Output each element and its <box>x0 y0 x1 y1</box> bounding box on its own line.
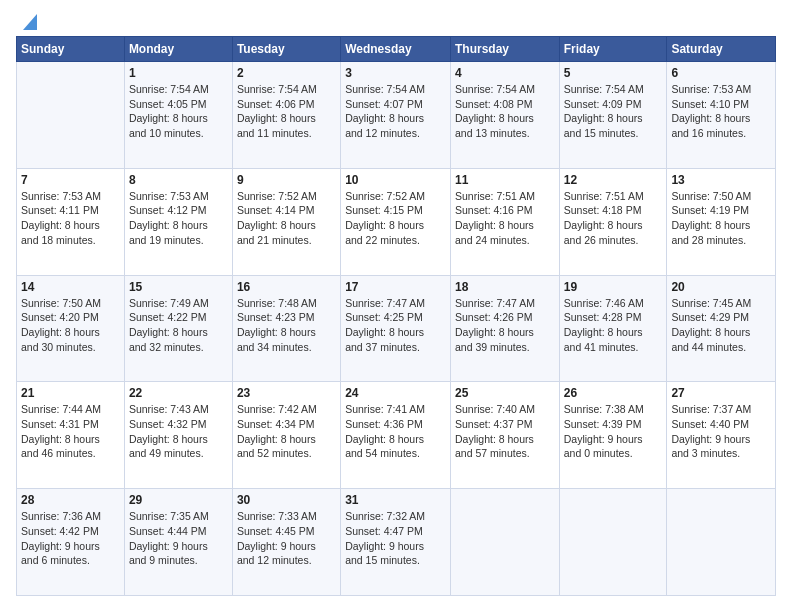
calendar-cell: 11Sunrise: 7:51 AM Sunset: 4:16 PM Dayli… <box>450 168 559 275</box>
calendar-cell: 14Sunrise: 7:50 AM Sunset: 4:20 PM Dayli… <box>17 275 125 382</box>
day-info: Sunrise: 7:35 AM Sunset: 4:44 PM Dayligh… <box>129 509 228 568</box>
day-number: 9 <box>237 173 336 187</box>
calendar-cell: 5Sunrise: 7:54 AM Sunset: 4:09 PM Daylig… <box>559 62 667 169</box>
day-info: Sunrise: 7:46 AM Sunset: 4:28 PM Dayligh… <box>564 296 663 355</box>
weekday-header-wednesday: Wednesday <box>341 37 451 62</box>
day-number: 18 <box>455 280 555 294</box>
day-number: 27 <box>671 386 771 400</box>
day-number: 4 <box>455 66 555 80</box>
calendar-cell: 13Sunrise: 7:50 AM Sunset: 4:19 PM Dayli… <box>667 168 776 275</box>
day-info: Sunrise: 7:40 AM Sunset: 4:37 PM Dayligh… <box>455 402 555 461</box>
weekday-header-sunday: Sunday <box>17 37 125 62</box>
calendar-week-row: 7Sunrise: 7:53 AM Sunset: 4:11 PM Daylig… <box>17 168 776 275</box>
calendar-cell: 4Sunrise: 7:54 AM Sunset: 4:08 PM Daylig… <box>450 62 559 169</box>
day-number: 12 <box>564 173 663 187</box>
calendar-cell: 12Sunrise: 7:51 AM Sunset: 4:18 PM Dayli… <box>559 168 667 275</box>
calendar-cell: 25Sunrise: 7:40 AM Sunset: 4:37 PM Dayli… <box>450 382 559 489</box>
calendar-week-row: 21Sunrise: 7:44 AM Sunset: 4:31 PM Dayli… <box>17 382 776 489</box>
calendar-cell <box>559 489 667 596</box>
calendar-cell: 22Sunrise: 7:43 AM Sunset: 4:32 PM Dayli… <box>124 382 232 489</box>
day-info: Sunrise: 7:47 AM Sunset: 4:26 PM Dayligh… <box>455 296 555 355</box>
day-number: 7 <box>21 173 120 187</box>
day-info: Sunrise: 7:50 AM Sunset: 4:20 PM Dayligh… <box>21 296 120 355</box>
day-number: 21 <box>21 386 120 400</box>
day-info: Sunrise: 7:50 AM Sunset: 4:19 PM Dayligh… <box>671 189 771 248</box>
day-info: Sunrise: 7:54 AM Sunset: 4:08 PM Dayligh… <box>455 82 555 141</box>
calendar-cell: 18Sunrise: 7:47 AM Sunset: 4:26 PM Dayli… <box>450 275 559 382</box>
day-info: Sunrise: 7:52 AM Sunset: 4:15 PM Dayligh… <box>345 189 446 248</box>
day-number: 2 <box>237 66 336 80</box>
day-number: 23 <box>237 386 336 400</box>
calendar-cell: 9Sunrise: 7:52 AM Sunset: 4:14 PM Daylig… <box>232 168 340 275</box>
calendar-cell: 7Sunrise: 7:53 AM Sunset: 4:11 PM Daylig… <box>17 168 125 275</box>
day-info: Sunrise: 7:42 AM Sunset: 4:34 PM Dayligh… <box>237 402 336 461</box>
day-number: 31 <box>345 493 446 507</box>
calendar-cell: 1Sunrise: 7:54 AM Sunset: 4:05 PM Daylig… <box>124 62 232 169</box>
day-number: 28 <box>21 493 120 507</box>
day-info: Sunrise: 7:51 AM Sunset: 4:18 PM Dayligh… <box>564 189 663 248</box>
weekday-header-friday: Friday <box>559 37 667 62</box>
calendar-cell: 17Sunrise: 7:47 AM Sunset: 4:25 PM Dayli… <box>341 275 451 382</box>
weekday-header-thursday: Thursday <box>450 37 559 62</box>
calendar-cell: 26Sunrise: 7:38 AM Sunset: 4:39 PM Dayli… <box>559 382 667 489</box>
calendar-cell: 27Sunrise: 7:37 AM Sunset: 4:40 PM Dayli… <box>667 382 776 489</box>
weekday-header-saturday: Saturday <box>667 37 776 62</box>
calendar-week-row: 14Sunrise: 7:50 AM Sunset: 4:20 PM Dayli… <box>17 275 776 382</box>
calendar-week-row: 1Sunrise: 7:54 AM Sunset: 4:05 PM Daylig… <box>17 62 776 169</box>
day-number: 13 <box>671 173 771 187</box>
calendar-cell: 21Sunrise: 7:44 AM Sunset: 4:31 PM Dayli… <box>17 382 125 489</box>
calendar-cell: 2Sunrise: 7:54 AM Sunset: 4:06 PM Daylig… <box>232 62 340 169</box>
weekday-row: SundayMondayTuesdayWednesdayThursdayFrid… <box>17 37 776 62</box>
day-number: 11 <box>455 173 555 187</box>
day-number: 19 <box>564 280 663 294</box>
day-info: Sunrise: 7:54 AM Sunset: 4:07 PM Dayligh… <box>345 82 446 141</box>
day-number: 5 <box>564 66 663 80</box>
day-info: Sunrise: 7:45 AM Sunset: 4:29 PM Dayligh… <box>671 296 771 355</box>
calendar-cell: 15Sunrise: 7:49 AM Sunset: 4:22 PM Dayli… <box>124 275 232 382</box>
calendar-cell: 23Sunrise: 7:42 AM Sunset: 4:34 PM Dayli… <box>232 382 340 489</box>
day-number: 16 <box>237 280 336 294</box>
calendar-cell: 30Sunrise: 7:33 AM Sunset: 4:45 PM Dayli… <box>232 489 340 596</box>
day-number: 17 <box>345 280 446 294</box>
calendar-body: 1Sunrise: 7:54 AM Sunset: 4:05 PM Daylig… <box>17 62 776 596</box>
calendar-cell: 31Sunrise: 7:32 AM Sunset: 4:47 PM Dayli… <box>341 489 451 596</box>
day-info: Sunrise: 7:54 AM Sunset: 4:09 PM Dayligh… <box>564 82 663 141</box>
calendar-cell: 16Sunrise: 7:48 AM Sunset: 4:23 PM Dayli… <box>232 275 340 382</box>
calendar-cell: 28Sunrise: 7:36 AM Sunset: 4:42 PM Dayli… <box>17 489 125 596</box>
calendar-cell: 6Sunrise: 7:53 AM Sunset: 4:10 PM Daylig… <box>667 62 776 169</box>
day-number: 29 <box>129 493 228 507</box>
day-info: Sunrise: 7:44 AM Sunset: 4:31 PM Dayligh… <box>21 402 120 461</box>
day-info: Sunrise: 7:49 AM Sunset: 4:22 PM Dayligh… <box>129 296 228 355</box>
weekday-header-tuesday: Tuesday <box>232 37 340 62</box>
calendar-cell <box>450 489 559 596</box>
day-info: Sunrise: 7:33 AM Sunset: 4:45 PM Dayligh… <box>237 509 336 568</box>
calendar-cell <box>17 62 125 169</box>
day-number: 30 <box>237 493 336 507</box>
day-info: Sunrise: 7:53 AM Sunset: 4:11 PM Dayligh… <box>21 189 120 248</box>
day-number: 15 <box>129 280 228 294</box>
day-info: Sunrise: 7:32 AM Sunset: 4:47 PM Dayligh… <box>345 509 446 568</box>
calendar-cell: 19Sunrise: 7:46 AM Sunset: 4:28 PM Dayli… <box>559 275 667 382</box>
logo-triangle-icon <box>17 12 37 32</box>
day-number: 22 <box>129 386 228 400</box>
weekday-header-monday: Monday <box>124 37 232 62</box>
day-number: 20 <box>671 280 771 294</box>
day-number: 14 <box>21 280 120 294</box>
day-info: Sunrise: 7:43 AM Sunset: 4:32 PM Dayligh… <box>129 402 228 461</box>
day-number: 24 <box>345 386 446 400</box>
day-info: Sunrise: 7:53 AM Sunset: 4:10 PM Dayligh… <box>671 82 771 141</box>
calendar-cell: 24Sunrise: 7:41 AM Sunset: 4:36 PM Dayli… <box>341 382 451 489</box>
day-info: Sunrise: 7:52 AM Sunset: 4:14 PM Dayligh… <box>237 189 336 248</box>
day-number: 26 <box>564 386 663 400</box>
day-info: Sunrise: 7:37 AM Sunset: 4:40 PM Dayligh… <box>671 402 771 461</box>
svg-marker-0 <box>23 14 37 30</box>
day-number: 10 <box>345 173 446 187</box>
calendar-cell: 3Sunrise: 7:54 AM Sunset: 4:07 PM Daylig… <box>341 62 451 169</box>
calendar-table: SundayMondayTuesdayWednesdayThursdayFrid… <box>16 36 776 596</box>
logo <box>16 16 37 26</box>
calendar-cell: 20Sunrise: 7:45 AM Sunset: 4:29 PM Dayli… <box>667 275 776 382</box>
calendar-cell: 10Sunrise: 7:52 AM Sunset: 4:15 PM Dayli… <box>341 168 451 275</box>
calendar-cell: 8Sunrise: 7:53 AM Sunset: 4:12 PM Daylig… <box>124 168 232 275</box>
day-number: 6 <box>671 66 771 80</box>
day-number: 1 <box>129 66 228 80</box>
